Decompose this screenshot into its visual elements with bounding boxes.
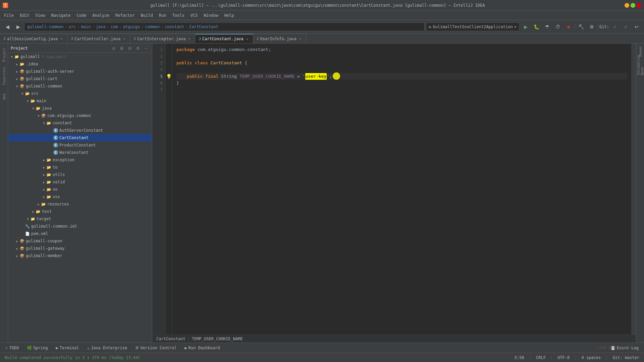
tree-arrow[interactable]: ▼ [15, 84, 19, 88]
tab-close[interactable]: × [245, 37, 250, 41]
tree-item-cart[interactable]: ▶ 📦 gulimall-cart [8, 75, 152, 82]
tree-item-authserverconstant[interactable]: ▶ C AuthServerConstant [8, 127, 152, 134]
tree-item-productconstant[interactable]: ▶ C ProductConstant [8, 141, 152, 149]
menu-view[interactable]: View [33, 12, 48, 19]
minimize-button[interactable]: – [625, 3, 629, 8]
tree-item-target[interactable]: ▼ 📁 target [8, 215, 152, 223]
tree-arrow[interactable]: ▶ [15, 239, 19, 243]
menu-vcs[interactable]: VCS [188, 12, 201, 19]
tree-item-resources[interactable]: ▶ 📂 resources [8, 200, 152, 208]
project-settings-button[interactable]: ⚙ [135, 45, 141, 52]
tree-item-iml[interactable]: ▶ 🔧 gulimall-common.iml [8, 223, 152, 230]
navigation-breadcrumb[interactable]: gulimall-common › src › main › java › co… [24, 22, 425, 31]
settings-button[interactable]: ⚙ [587, 22, 596, 32]
bean-validation-panel[interactable]: Bean Validation [637, 58, 644, 72]
tree-arrow[interactable]: ▶ [15, 62, 19, 66]
ebc-field[interactable]: TEMP_USER_COOKIE_NAME [192, 337, 243, 341]
tab-cartconstant[interactable]: J CartConstant.java × [195, 34, 253, 43]
tree-arrow[interactable]: ▶ [42, 165, 46, 170]
tab-userinfoto[interactable]: J UserInfoTo.java × [253, 34, 306, 43]
menu-navigate[interactable]: Navigate [49, 12, 73, 19]
tree-item-package[interactable]: ▼ 📦 com.atguigu.common [8, 112, 152, 119]
tree-arrow[interactable]: ▶ [15, 246, 19, 251]
debug-button[interactable]: 🐛 [532, 22, 541, 32]
menu-build[interactable]: Build [138, 12, 156, 19]
bc-main[interactable]: main [81, 24, 91, 29]
run-button[interactable]: ▶ [521, 22, 530, 32]
git-checkmark[interactable]: ✓ [610, 22, 620, 32]
tree-item-utils[interactable]: ▶ 📂 utils [8, 171, 152, 178]
maximize-button[interactable]: □ [631, 3, 635, 8]
tree-arrow[interactable]: ▼ [25, 217, 30, 221]
cursor-position[interactable]: 5:58 [513, 355, 526, 361]
tree-item-gulimall[interactable]: ▼ 📁 gulimall F:\gulimall [8, 53, 152, 60]
tree-arrow[interactable]: ▶ [36, 202, 41, 206]
tab-java-enterprise[interactable]: ☕ Java Enterprise [85, 345, 130, 351]
menu-code[interactable]: Code [74, 12, 89, 19]
build-button[interactable]: 🔨 [576, 22, 586, 32]
bc-atguigu[interactable]: atguigu [123, 24, 140, 29]
tab-cartcontroller[interactable]: J CartController.java × [67, 34, 130, 43]
web-toggle[interactable]: Web [1, 86, 7, 107]
close-panel-button[interactable]: – [143, 45, 149, 52]
line-separator[interactable]: CRLF [534, 355, 548, 361]
bc-constant[interactable]: constant [165, 24, 184, 29]
tab-version-control[interactable]: ⑨ Version Control [132, 345, 179, 351]
tree-item-to[interactable]: ▶ 📂 to [8, 164, 152, 171]
expand-all-button[interactable]: ⊞ [118, 45, 125, 52]
profile-button[interactable]: ⏱ [553, 22, 562, 32]
tree-item-vo[interactable]: ▶ 📂 vo [8, 186, 152, 193]
tree-item-wareconstant[interactable]: ▶ C WareConstant [8, 149, 152, 156]
menu-tools[interactable]: Tools [170, 12, 187, 19]
tree-arrow[interactable]: ▼ [31, 106, 36, 111]
run-config-dropdown-icon[interactable]: ▾ [514, 24, 517, 29]
code-content[interactable]: package com.atguigu.common.constant; pub… [172, 44, 631, 335]
tree-arrow[interactable]: ▶ [31, 209, 36, 214]
tree-arrow-gulimall[interactable]: ▼ [9, 54, 14, 59]
tree-arrow[interactable]: ▶ [15, 69, 19, 74]
tree-item-auth-server[interactable]: ▶ 📦 gulimall-auth-server [8, 68, 152, 75]
tree-item-src[interactable]: ▼ 📂 src [8, 90, 152, 97]
bc-java[interactable]: java [96, 24, 106, 29]
tree-arrow[interactable]: ▼ [36, 113, 41, 118]
project-panel-toggle[interactable]: Project [1, 45, 7, 65]
menu-refactor[interactable]: Refactor [113, 12, 138, 19]
tree-arrow[interactable]: ▶ [42, 158, 46, 162]
tab-spring[interactable]: 🌿 Spring [24, 345, 50, 351]
menu-help[interactable]: Help [222, 12, 237, 19]
tab-close[interactable]: × [187, 37, 192, 41]
tree-item-gateway[interactable]: ▶ 📦 gulimall-gateway [8, 245, 152, 252]
tab-cartinterceptor[interactable]: J CartInterceptor.java × [130, 34, 195, 43]
tab-close[interactable]: × [59, 37, 64, 41]
tree-item-java[interactable]: ▼ 📂 java [8, 105, 152, 112]
tree-arrow[interactable]: ▼ [25, 99, 30, 103]
tree-item-cartconstant[interactable]: ▶ C CartConstant [8, 134, 152, 141]
encoding[interactable]: UTF-8 [555, 355, 572, 361]
bc-cart-constant[interactable]: CartConstant [189, 24, 218, 29]
tree-arrow[interactable]: ▶ [42, 187, 46, 192]
tab-terminal[interactable]: ▶ Terminal [53, 345, 82, 351]
run-configuration[interactable]: ▶ GulimallTestSsoClient2Application ▾ [426, 22, 520, 31]
tree-item-main[interactable]: ▼ 📂 main [8, 97, 152, 105]
menu-edit[interactable]: Edit [17, 12, 32, 19]
locate-file-button[interactable]: ◎ [110, 45, 117, 52]
menu-file[interactable]: File [1, 12, 16, 19]
tree-arrow[interactable]: ▼ [42, 121, 46, 125]
tree-arrow[interactable]: ▶ [42, 194, 46, 199]
bc-common[interactable]: common [145, 24, 160, 29]
tree-arrow[interactable]: ▶ [42, 172, 46, 177]
tab-close[interactable]: × [298, 37, 303, 41]
tree-item-xss[interactable]: ▶ 📂 xss [8, 193, 152, 200]
stop-button[interactable]: ■ [564, 22, 573, 32]
close-button[interactable]: ✕ [637, 3, 641, 8]
tree-item-coupon[interactable]: ▶ 📦 gulimall-coupon [8, 237, 152, 245]
code-editor[interactable]: 1 2 3 4 5 6 7 💡 pac [152, 44, 636, 335]
tree-item-member[interactable]: ▶ 📦 gulimall-member [8, 252, 152, 259]
menu-window[interactable]: Window [201, 12, 221, 19]
tree-item-exception[interactable]: ▶ 📂 exception [8, 156, 152, 164]
tree-item-common[interactable]: ▼ 📦 gulimall-common [8, 82, 152, 90]
indent[interactable]: 4 spaces [579, 355, 603, 361]
tree-item-test[interactable]: ▶ 📂 test [8, 208, 152, 215]
lightbulb-line5[interactable]: 💡 [166, 73, 172, 80]
tree-arrow[interactable]: ▼ [20, 91, 25, 96]
